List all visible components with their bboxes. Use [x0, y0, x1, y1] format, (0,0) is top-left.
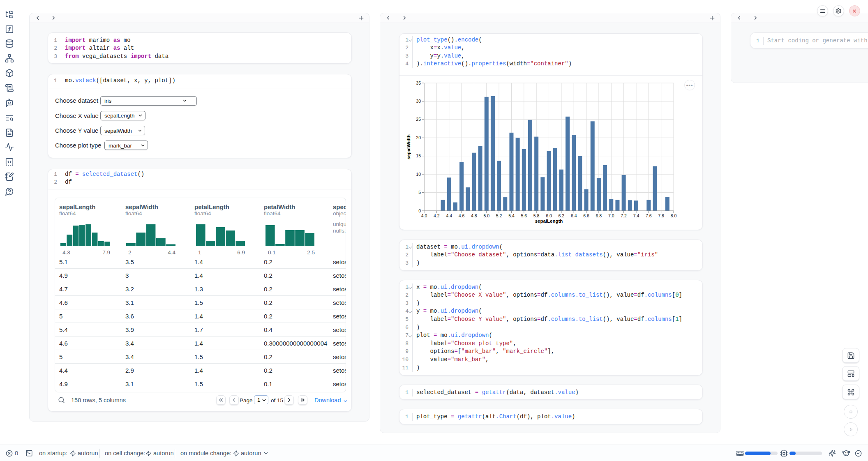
- svg-text:sepalLength: sepalLength: [535, 219, 563, 224]
- svg-text:35: 35: [416, 81, 421, 85]
- svg-text:4.6: 4.6: [459, 213, 465, 218]
- svg-text:5.4: 5.4: [508, 213, 515, 218]
- svg-text:4.0: 4.0: [421, 213, 427, 218]
- svg-text:25: 25: [416, 117, 421, 122]
- svg-text:30: 30: [416, 99, 421, 104]
- svg-text:5.8: 5.8: [533, 213, 540, 218]
- svg-text:7.8: 7.8: [658, 213, 664, 218]
- svg-text:5: 5: [418, 190, 421, 195]
- svg-text:20: 20: [416, 135, 421, 140]
- svg-text:4.8: 4.8: [471, 213, 477, 218]
- svg-text:15: 15: [416, 153, 421, 158]
- svg-text:6.0: 6.0: [546, 213, 552, 218]
- svg-text:5.0: 5.0: [483, 213, 489, 218]
- svg-text:7.2: 7.2: [621, 213, 627, 218]
- svg-text:6.6: 6.6: [583, 213, 589, 218]
- svg-text:6.8: 6.8: [596, 213, 602, 218]
- svg-text:5.6: 5.6: [521, 213, 527, 218]
- svg-text:8.0: 8.0: [671, 213, 677, 218]
- svg-text:7.4: 7.4: [633, 213, 639, 218]
- svg-text:10: 10: [416, 172, 421, 177]
- svg-text:0: 0: [418, 208, 421, 213]
- svg-text:6.4: 6.4: [571, 213, 577, 218]
- svg-text:7.6: 7.6: [646, 213, 652, 218]
- svg-text:7.0: 7.0: [608, 213, 614, 218]
- svg-text:6.2: 6.2: [559, 213, 565, 218]
- svg-text:5.2: 5.2: [496, 213, 502, 218]
- svg-text:sepalWidth: sepalWidth: [406, 134, 411, 159]
- svg-text:4.2: 4.2: [434, 213, 440, 218]
- svg-text:4.4: 4.4: [446, 213, 452, 218]
